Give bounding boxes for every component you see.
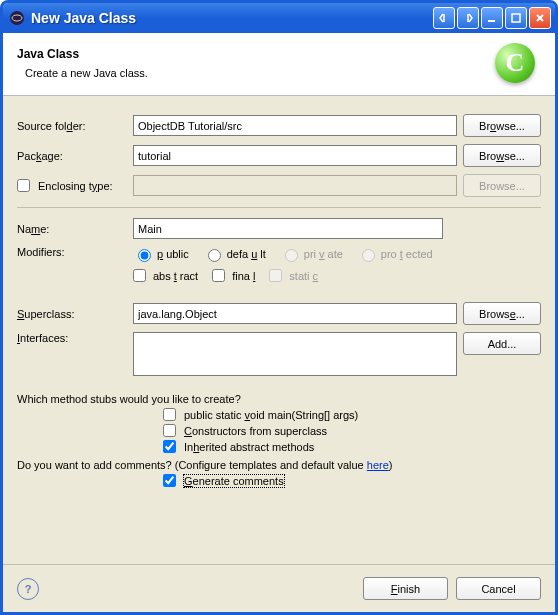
source-folder-input[interactable] (133, 115, 457, 136)
maximize-button[interactable] (505, 7, 527, 29)
svg-rect-2 (488, 20, 495, 22)
shrink-right-button[interactable] (457, 7, 479, 29)
class-icon: C (495, 43, 535, 83)
cancel-button[interactable]: Cancel (456, 577, 541, 600)
interfaces-list[interactable] (133, 332, 457, 376)
configure-templates-link[interactable]: here (367, 459, 389, 471)
svg-rect-3 (512, 14, 520, 22)
minimize-button[interactable] (481, 7, 503, 29)
other-modifier-group: abstract final static (133, 266, 541, 285)
package-label: Package: (17, 150, 127, 162)
superclass-label: Superclass: (17, 308, 127, 320)
package-browse-button[interactable]: Browse... (463, 144, 541, 167)
static-checkbox: static (269, 269, 318, 282)
shrink-left-button[interactable] (433, 7, 455, 29)
access-modifier-group: public default private protected (133, 246, 541, 262)
interfaces-add-button[interactable]: Add... (463, 332, 541, 355)
default-radio[interactable]: default (203, 246, 266, 262)
generate-comments-checkbox[interactable]: Generate comments (163, 474, 541, 487)
dialog-window: New Java Class Java Class Create a new J… (0, 0, 558, 615)
modifiers-label: Modifiers: (17, 246, 127, 258)
comments-question: Do you want to add comments? (Configure … (17, 459, 541, 471)
form-area: Source folder: Browse... Package: Browse… (3, 96, 555, 564)
eclipse-icon (9, 10, 25, 26)
window-title: New Java Class (31, 10, 433, 26)
enclosing-type-input (133, 175, 457, 196)
protected-radio: protected (357, 246, 433, 262)
name-label: Name: (17, 223, 127, 235)
banner-subtitle: Create a new Java class. (25, 67, 495, 79)
titlebar: New Java Class (3, 3, 555, 33)
close-button[interactable] (529, 7, 551, 29)
help-icon[interactable]: ? (17, 578, 39, 600)
method-stubs-question: Which method stubs would you like to cre… (17, 393, 541, 405)
window-buttons (433, 7, 551, 29)
superclass-browse-button[interactable]: Browse... (463, 302, 541, 325)
package-input[interactable] (133, 145, 457, 166)
footer: ? Finish Cancel (3, 564, 555, 612)
name-input[interactable] (133, 218, 443, 239)
enclosing-type-checkbox[interactable] (17, 179, 30, 192)
interfaces-label: Interfaces: (17, 332, 127, 344)
separator (17, 207, 541, 208)
superclass-input[interactable] (133, 303, 457, 324)
constructors-checkbox[interactable]: Constructors from superclass (163, 424, 541, 437)
banner: Java Class Create a new Java class. C (3, 33, 555, 96)
finish-button[interactable]: Finish (363, 577, 448, 600)
inherited-methods-checkbox[interactable]: Inherited abstract methods (163, 440, 541, 453)
banner-title: Java Class (17, 47, 495, 61)
enclosing-type-label: Enclosing type: (17, 179, 127, 192)
private-radio: private (280, 246, 343, 262)
abstract-checkbox[interactable]: abstract (133, 269, 198, 282)
public-radio[interactable]: public (133, 246, 189, 262)
source-folder-browse-button[interactable]: Browse... (463, 114, 541, 137)
enclosing-type-browse-button: Browse... (463, 174, 541, 197)
main-method-checkbox[interactable]: public static void main(String[] args) (163, 408, 541, 421)
source-folder-label: Source folder: (17, 120, 127, 132)
final-checkbox[interactable]: final (212, 269, 255, 282)
